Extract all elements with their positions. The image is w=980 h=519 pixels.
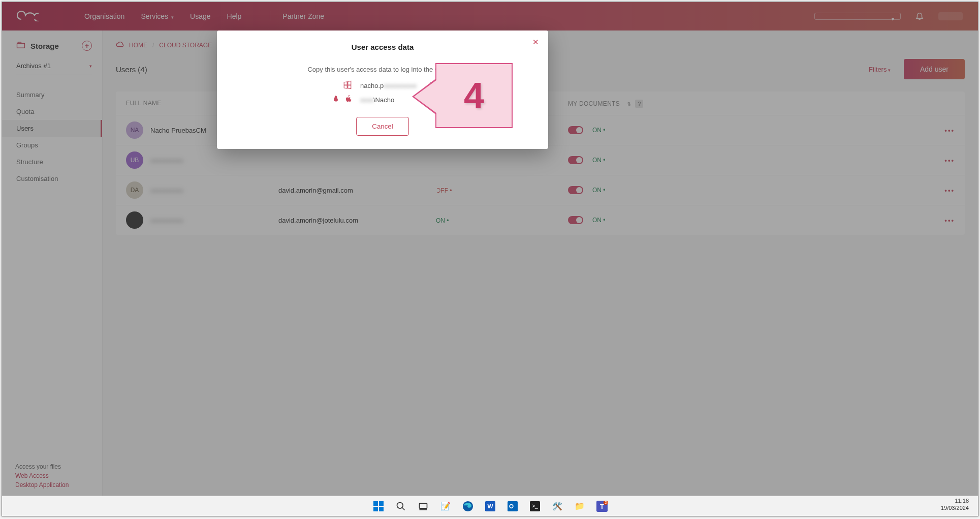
taskbar: 📝 W >_ 🛠️ 📁 T2 11:18 19/03/2024 [2, 496, 978, 516]
start-icon[interactable] [372, 500, 385, 512]
svg-point-17 [510, 505, 513, 507]
explorer-icon[interactable]: 📁 [574, 500, 586, 512]
app-icon[interactable]: 🛠️ [551, 500, 563, 512]
svg-text:>_: >_ [532, 503, 538, 509]
terminal-icon[interactable]: >_ [529, 500, 541, 512]
svg-rect-10 [419, 503, 427, 508]
svg-rect-5 [373, 501, 378, 506]
clock-time: 11:18 [941, 497, 969, 504]
svg-point-9 [397, 502, 403, 508]
taskbar-clock[interactable]: 11:18 19/03/2024 [941, 497, 969, 512]
linux-apple-icons [329, 95, 352, 105]
taskview-icon[interactable] [417, 500, 429, 512]
cancel-button[interactable]: Cancel [356, 117, 409, 136]
svg-rect-6 [379, 501, 384, 506]
callout-number: 4 [464, 75, 484, 116]
outlook-icon[interactable] [507, 500, 519, 512]
clock-date: 19/03/2024 [941, 504, 969, 511]
svg-text:W: W [487, 503, 493, 509]
callout-arrow: 4 [435, 63, 513, 128]
windows-icon [329, 80, 352, 91]
search-icon[interactable] [395, 500, 407, 512]
svg-text:T: T [600, 502, 604, 510]
svg-rect-7 [373, 507, 378, 511]
word-icon[interactable]: W [484, 500, 496, 512]
svg-text:2: 2 [605, 501, 607, 505]
edge-icon[interactable] [462, 500, 474, 512]
teams-icon[interactable]: T2 [596, 500, 608, 512]
notepad-icon[interactable]: 📝 [439, 500, 452, 512]
svg-rect-8 [379, 507, 384, 511]
svg-rect-11 [419, 509, 427, 510]
modal-title: User access data [232, 43, 533, 51]
close-icon[interactable]: ✕ [532, 38, 539, 47]
